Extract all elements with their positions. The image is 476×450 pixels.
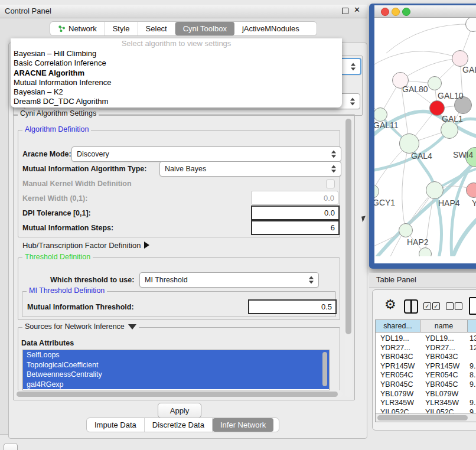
tab-discretize-data[interactable]: Discretize Data [145,418,213,432]
network-canvas[interactable]: GALGAL80GAL10GAL1SWI4GAL11GAL4GCY1HAP4YH… [374,18,476,256]
mi-threshold-label: Mutual Information Threshold: [27,303,134,311]
tab-network[interactable]: Network [50,22,105,35]
tab-cyni-toolbox[interactable]: Cyni Toolbox [175,22,234,35]
table-column-header[interactable]: shared... [376,320,420,332]
expand-right-icon [144,242,149,249]
aracne-mode-combo[interactable]: Discovery [71,146,341,162]
checked-checkbox-icon[interactable]: ✓ [423,302,431,310]
dropdown-item[interactable]: Bayesian – K2 [11,87,342,97]
table-cell: YBR045C [420,380,468,389]
attribute-list-item[interactable]: TopologicalCoefficient [23,360,329,370]
node-bottom[interactable] [419,247,432,256]
mi-type-combo[interactable]: Naive Bayes [159,161,341,177]
node-label: GAL1 [442,114,463,123]
control-panel-window: Control Panel ✕ Network Style Select [0,5,367,435]
dropdown-item[interactable]: Dream8 DC_TDC Algorithm [11,97,342,106]
tab-select[interactable]: Select [138,22,175,35]
kernel-width-field[interactable]: 0.0 [251,191,338,205]
table-row[interactable]: YBR043CYBR043C [376,352,476,361]
table-row[interactable]: YDL19...YDL19...13 [376,334,476,343]
table-cell: 13 [468,334,476,343]
checked-checkbox-icon[interactable]: ✓ [432,302,440,310]
mi-threshold-field[interactable]: 0.5 [248,299,337,314]
node-hap4[interactable] [426,181,444,199]
dropdown-item[interactable]: Bayesian – Hill Climbing [11,49,342,58]
data-attributes-label: Data Attributes [21,339,74,347]
algorithm-definition-title: Algorithm Definition [22,125,91,133]
table-horizontal-scrollbar[interactable] [376,413,476,422]
close-icon[interactable]: ✕ [354,5,360,14]
dpi-tolerance-field[interactable]: 0.0 [251,206,340,220]
dropdown-item[interactable]: ARACNE Algorithm [11,69,342,78]
node-pink-top[interactable] [452,50,468,67]
node-gal4[interactable] [399,133,419,154]
table-row[interactable]: YDR27...YDR27...12 [376,343,476,353]
table-cell: YLR345W [376,399,420,407]
network-window-titlebar[interactable] [374,5,476,18]
table-row[interactable]: YPR145WYPR145W9. [376,361,476,371]
table-cell: 9. [468,362,476,370]
combo-arrows-icon [309,276,314,284]
settings-vscroll-thumb[interactable] [345,119,351,334]
table-row[interactable]: YER054CYER054C8. [376,370,476,380]
which-threshold-combo[interactable]: MI Threshold [139,272,319,288]
collapsed-panel-button[interactable] [4,443,18,450]
control-panel-title: Control Panel [5,6,51,15]
combo-arrows-icon [331,165,337,173]
sources-title[interactable]: Sources for Network Inference [22,322,139,331]
node-label: GAL [462,65,476,74]
dropdown-item[interactable]: Basic Correlation Inference [11,58,342,68]
float-window-icon[interactable] [342,8,348,14]
settings-hscroll-thumb[interactable] [17,392,338,397]
zoom-traffic-icon[interactable] [402,8,410,16]
algorithm-dropdown-popup: Select algorithm to view settings Bayesi… [11,38,342,107]
mi-steps-field[interactable]: 6 [251,220,340,235]
table-cell: YBL079W [376,390,420,398]
tab-jactivemnodules[interactable]: jActiveMNodules [234,22,307,35]
dropdown-item[interactable]: Mutual Information Inference [11,78,342,87]
combo-arrows-icon [331,151,337,158]
attribute-list-item[interactable]: gal4RGexp [23,380,329,390]
combo-arrows-icon [350,97,356,105]
dropdown-placeholder: Select algorithm to view settings [11,38,342,49]
minimize-traffic-icon[interactable] [392,8,400,16]
settings-horizontal-scrollbar[interactable] [14,390,343,397]
table-column-header[interactable]: A [468,320,476,332]
tab-impute-data[interactable]: Impute Data [87,418,145,432]
kernel-width-label: Kernel Width (0,1): [22,194,87,203]
gear-icon[interactable]: ⚙ [384,298,396,311]
attribute-list-item[interactable]: BetweennessCentrality [23,370,329,380]
table-hscroll-thumb[interactable] [377,415,468,420]
node-gal10[interactable] [428,76,442,90]
table-cell: YBL079W [420,390,468,398]
node-label: GCY1 [374,198,395,207]
tab-infer-network[interactable]: Infer Network [213,418,273,432]
table-column-header[interactable]: name [420,320,468,332]
manual-kernel-checkbox[interactable] [326,180,335,188]
table-cell: YLR345W [420,399,468,407]
control-panel-header: Control Panel ✕ [0,5,367,18]
data-attributes-list[interactable]: SelfLoopsTopologicalCoefficientBetweenne… [22,350,330,390]
attributes-vscroll-thumb[interactable] [322,352,327,386]
node-label: GAL11 [374,120,399,130]
table-cell: YPR145W [376,362,420,370]
combo-arrows-icon [351,63,356,70]
split-columns-icon[interactable] [404,299,418,314]
table-row[interactable]: YBR045CYBR045C9. [376,380,476,389]
hub-definition-toggle[interactable]: Hub/Transcription Factor Definition [22,241,149,250]
table-cell: YDL19... [420,334,468,343]
node-gal1[interactable] [441,121,458,139]
table-cell: YBR045C [376,380,420,389]
attribute-list-item[interactable]: SelfLoops [23,350,329,360]
apply-button[interactable]: Apply [158,403,201,418]
settings-vertical-scrollbar[interactable] [345,116,352,397]
unchecked-checkbox-icon[interactable] [446,302,454,310]
table-row[interactable]: YLR345WYLR345W9. [376,398,476,407]
node-table[interactable]: shared...nameA YDL19...YDL19...13YDR27..… [375,319,476,422]
document-icon[interactable] [469,297,476,315]
table-row[interactable]: YBL079WYBL079W [376,389,476,399]
node-hap2[interactable] [399,223,413,237]
tab-style[interactable]: Style [105,22,138,35]
close-traffic-icon[interactable] [381,8,389,16]
unchecked-checkbox-icon[interactable] [455,302,462,310]
